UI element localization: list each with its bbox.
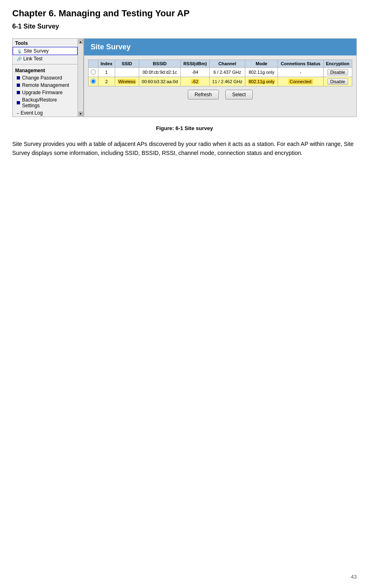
sidebar-tools-label: Tools (13, 39, 83, 47)
row2-channel: 11 / 2.462 GHz (209, 77, 245, 86)
backup-restore-icon (17, 101, 20, 104)
chapter-title: Chapter 6. Managing and Testing Your AP (12, 8, 357, 19)
table-container: Index SSID BSSID RSSI(dBm) Channel Mode … (84, 60, 356, 107)
sidebar-item-site-survey-label: Site Survey (24, 48, 49, 54)
sidebar-item-change-password-label: Change Password (22, 75, 62, 81)
col-header-mode: Mode (245, 60, 278, 68)
link-test-icon: 🔗 (17, 57, 22, 61)
table-row: 2 Wireless 00:60:b3:32:aa:0d -62 11 / 2.… (89, 77, 352, 86)
refresh-button[interactable]: Refresh (188, 90, 219, 99)
site-survey-icon: 📡 (17, 49, 22, 53)
row2-rssi-value: -62 (191, 79, 199, 84)
sidebar-item-upgrade-firmware[interactable]: Upgrade Firmware (13, 89, 78, 96)
row1-radio-cell[interactable] (89, 68, 98, 77)
site-survey-table: Index SSID BSSID RSSI(dBm) Channel Mode … (88, 60, 352, 86)
upgrade-firmware-icon (17, 91, 20, 94)
row2-mode: 802.11g only (245, 77, 278, 86)
row1-rssi: -84 (181, 68, 209, 77)
col-header-status: Connetions Status (278, 60, 323, 68)
page-number: 43 (351, 574, 357, 580)
row1-bssid: 00:0f:cb:9d:d2:1c (139, 68, 181, 77)
sidebar-item-link-test-label: Link Test (23, 56, 42, 62)
sidebar-item-remote-management-label: Remote Management (22, 82, 69, 88)
row1-radio[interactable] (91, 69, 96, 75)
sidebar-divider (13, 64, 83, 64)
sidebar-item-backup-restore-label: Backup/Restore Settings (22, 97, 75, 108)
row2-status: Connected (278, 77, 323, 86)
row2-index: 2 (98, 77, 115, 86)
sidebar-management-label: Management (13, 66, 83, 74)
row2-ssid-value: Wireless (118, 79, 136, 84)
panel-header: Site Survey (84, 39, 356, 55)
body-text: Site Survey provides you with a table of… (12, 139, 357, 158)
sidebar-item-event-log[interactable]: – Event Log (13, 109, 78, 117)
row2-radio[interactable] (91, 79, 96, 84)
section-title: 6-1 Site Survey (12, 23, 357, 30)
row2-mode-value: 802.11g only (248, 79, 275, 84)
sidebar-item-upgrade-firmware-label: Upgrade Firmware (22, 90, 62, 95)
row1-mode: 802.11g only (245, 68, 278, 77)
sidebar-item-remote-management[interactable]: Remote Management (13, 82, 78, 89)
col-header-channel: Channel (209, 60, 245, 68)
table-row: 1 00:0f:cb:9d:d2:1c -84 6 / 2.437 GHz 80… (89, 68, 352, 77)
col-header-bssid: BSSID (139, 60, 181, 68)
row2-bssid: 00:60:b3:32:aa:0d (139, 77, 181, 86)
figure-caption: Figure: 6-1 Site survey (12, 125, 357, 131)
scroll-down-arrow[interactable]: ▼ (79, 112, 83, 116)
main-panel: Site Survey Index SSID BSSID RSSI(dBm) C… (84, 38, 357, 117)
row1-ssid (115, 68, 139, 77)
sidebar-item-event-log-label: Event Log (21, 110, 43, 116)
select-button[interactable]: Select (225, 90, 253, 99)
row1-channel: 6 / 2.437 GHz (209, 68, 245, 77)
row2-radio-cell[interactable] (89, 77, 98, 86)
col-header-radio (89, 60, 98, 68)
button-row: Refresh Select (88, 90, 352, 103)
change-password-icon (17, 76, 20, 80)
sidebar-item-site-survey[interactable]: 📡 Site Survey (13, 47, 78, 55)
col-header-rssi: RSSI(dBm) (181, 60, 209, 68)
sidebar-scrollbar[interactable]: ▲ ▼ (78, 39, 83, 117)
col-header-index: Index (98, 60, 115, 68)
row1-index: 1 (98, 68, 115, 77)
sidebar-item-backup-restore[interactable]: Backup/Restore Settings (13, 96, 78, 109)
row2-rssi: -62 (181, 77, 209, 86)
row2-ssid: Wireless (115, 77, 139, 86)
row2-connected-badge: Connected (288, 79, 313, 84)
col-header-ssid: SSID (115, 60, 139, 68)
remote-management-icon (17, 84, 20, 87)
content-area: Tools 📡 Site Survey 🔗 Link Test Manageme… (12, 38, 357, 117)
sidebar-item-change-password[interactable]: Change Password (13, 74, 78, 82)
row1-disable-btn[interactable]: Disable (327, 69, 348, 75)
event-log-icon: – (17, 111, 19, 115)
scroll-up-arrow[interactable]: ▲ (79, 40, 83, 44)
row2-encryption: Disable (323, 77, 352, 86)
row1-encryption: Disable (323, 68, 352, 77)
sidebar-item-link-test[interactable]: 🔗 Link Test (13, 55, 78, 62)
col-header-encryption: Encryption (323, 60, 352, 68)
row1-status: - (278, 68, 323, 77)
row2-disable-btn[interactable]: Disable (327, 78, 348, 85)
sidebar: Tools 📡 Site Survey 🔗 Link Test Manageme… (12, 38, 84, 117)
